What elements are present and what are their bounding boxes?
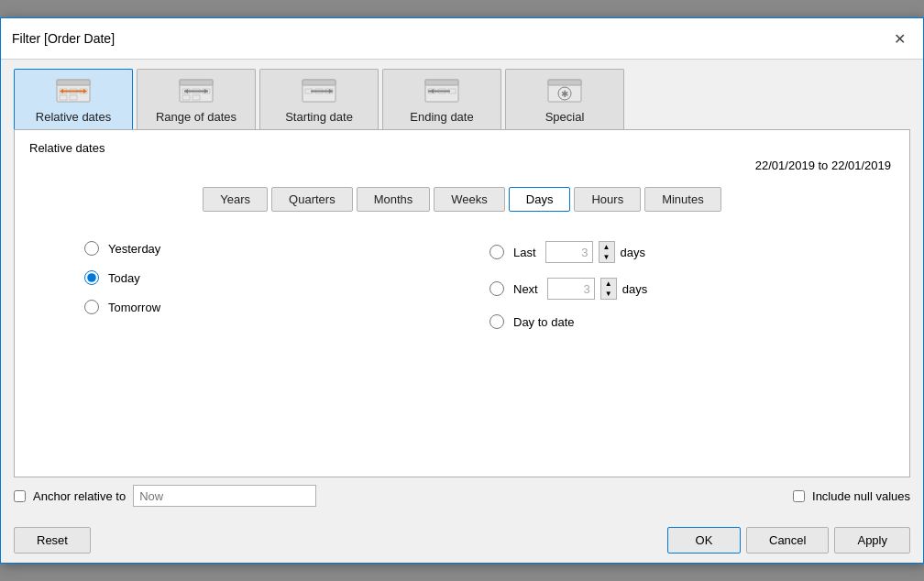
ok-button[interactable]: OK (667, 527, 741, 554)
tab-ending-date-label: Ending date (410, 110, 473, 124)
next-value-input[interactable] (547, 278, 595, 300)
next-spin-down[interactable]: ▼ (601, 289, 616, 299)
range-dates-icon (177, 77, 215, 104)
cancel-button[interactable]: Cancel (746, 527, 829, 554)
svg-rect-21 (302, 80, 336, 85)
options-grid: Yesterday Today Tomorrow Last (84, 234, 895, 336)
period-btn-months[interactable]: Months (357, 187, 431, 212)
period-btn-years[interactable]: Years (203, 187, 268, 212)
title-bar: Filter [Order Date] ✕ (1, 18, 923, 60)
section-label: Relative dates (29, 141, 895, 155)
anchor-input[interactable] (133, 485, 316, 507)
special-icon: ✱ (545, 77, 584, 104)
anchor-label: Anchor relative to (33, 489, 126, 503)
svg-text:✱: ✱ (561, 89, 568, 99)
svg-rect-15 (182, 95, 190, 100)
next-spinner-buttons: ▲ ▼ (600, 278, 617, 300)
svg-rect-28 (425, 80, 458, 85)
next-spin-up[interactable]: ▲ (601, 279, 616, 289)
svg-rect-6 (70, 95, 77, 100)
yesterday-label: Yesterday (108, 242, 160, 256)
tab-relative-dates[interactable]: Relative dates (14, 69, 133, 129)
next-unit: days (622, 282, 647, 296)
tab-range-of-dates-label: Range of dates (156, 110, 236, 124)
svg-rect-11 (180, 80, 213, 85)
tab-special[interactable]: ✱ Special (505, 69, 624, 129)
tab-range-of-dates[interactable]: Range of dates (137, 69, 256, 129)
dialog-footer: Reset OK Cancel Apply (1, 518, 923, 563)
last-spinner: ▲ ▼ days (545, 241, 645, 263)
apply-button[interactable]: Apply (834, 527, 910, 554)
last-value-input[interactable] (545, 241, 593, 263)
svg-rect-16 (192, 95, 200, 100)
last-spin-down[interactable]: ▼ (600, 252, 614, 262)
close-button[interactable]: ✕ (886, 26, 912, 51)
today-label: Today (108, 271, 140, 285)
ending-date-icon (423, 77, 461, 104)
left-options: Yesterday Today Tomorrow (84, 234, 490, 336)
yesterday-row: Yesterday (84, 234, 490, 263)
tab-starting-date-label: Starting date (285, 110, 353, 124)
yesterday-radio[interactable] (84, 241, 99, 256)
tab-relative-dates-label: Relative dates (36, 110, 111, 124)
next-row: Next ▲ ▼ days (490, 270, 895, 307)
svg-rect-1 (57, 80, 90, 85)
last-unit: days (621, 246, 645, 259)
last-spinner-buttons: ▲ ▼ (599, 241, 615, 263)
tomorrow-label: Tomorrow (108, 301, 160, 314)
day-to-date-row: Day to date (490, 307, 895, 336)
date-range-display: 22/01/2019 to 22/01/2019 (29, 159, 895, 172)
svg-rect-35 (548, 80, 581, 85)
relative-dates-icon (54, 77, 93, 104)
last-radio[interactable] (490, 245, 504, 259)
tomorrow-row: Tomorrow (84, 292, 490, 322)
tab-special-label: Special (545, 110, 585, 124)
next-label: Next (513, 282, 538, 296)
next-spinner: ▲ ▼ days (547, 278, 647, 300)
null-values-section: Include null values (793, 489, 910, 503)
period-btn-weeks[interactable]: Weeks (434, 187, 505, 212)
right-options: Last ▲ ▼ days Next (490, 234, 895, 336)
today-radio[interactable] (84, 270, 99, 285)
null-values-checkbox[interactable] (793, 490, 805, 502)
last-spin-up[interactable]: ▲ (600, 242, 614, 252)
next-radio[interactable] (490, 281, 504, 296)
null-values-label: Include null values (812, 489, 910, 503)
period-btn-hours[interactable]: Hours (574, 187, 641, 212)
dialog-title: Filter [Order Date] (12, 31, 115, 46)
starting-date-icon (300, 77, 338, 104)
tab-ending-date[interactable]: Ending date (382, 69, 501, 129)
day-to-date-label: Day to date (513, 315, 575, 329)
bottom-options-wrapper: Anchor relative to Include null values (1, 477, 923, 518)
filter-dialog: Filter [Order Date] ✕ (0, 17, 924, 564)
footer-left: Reset (14, 527, 91, 554)
anchor-checkbox[interactable] (14, 490, 26, 502)
reset-button[interactable]: Reset (14, 527, 91, 554)
period-btn-quarters[interactable]: Quarters (271, 187, 353, 212)
period-btn-minutes[interactable]: Minutes (644, 187, 721, 212)
day-to-date-radio[interactable] (490, 314, 504, 329)
period-btn-days[interactable]: Days (509, 187, 571, 212)
tomorrow-radio[interactable] (84, 300, 99, 314)
last-row: Last ▲ ▼ days (490, 234, 895, 270)
svg-rect-5 (60, 95, 67, 100)
last-label: Last (513, 246, 536, 259)
period-button-bar: Years Quarters Months Weeks Days Hours M… (29, 187, 895, 212)
tab-bar: Relative dates Range of dates (1, 60, 923, 129)
content-area: Relative dates 22/01/2019 to 22/01/2019 … (14, 129, 910, 477)
anchor-section: Anchor relative to (14, 477, 316, 514)
tab-starting-date[interactable]: Starting date (259, 69, 379, 129)
today-row: Today (84, 263, 490, 292)
